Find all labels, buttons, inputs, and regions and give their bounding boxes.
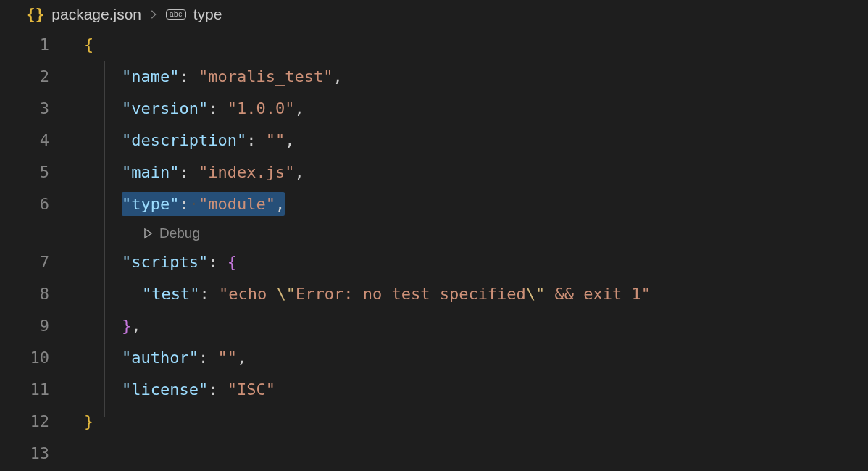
code-line[interactable]: "scripts": { xyxy=(70,246,868,278)
play-icon xyxy=(142,228,154,239)
line-number: 9 xyxy=(12,310,49,342)
code-line[interactable]: "main": "index.js", xyxy=(70,157,868,188)
code-line-selected[interactable]: "type":·"module", xyxy=(70,188,868,220)
code-line[interactable]: "author": "", xyxy=(70,342,868,374)
line-number: 12 xyxy=(12,406,49,438)
line-number-gutter: 1 2 3 4 5 6 7 8 9 10 11 12 13 xyxy=(12,29,70,470)
line-number: 1 xyxy=(12,29,49,61)
line-number: 5 xyxy=(12,157,49,188)
breadcrumb-symbol[interactable]: type xyxy=(193,6,222,23)
code-line[interactable]: }, xyxy=(70,310,868,342)
code-editor[interactable]: 1 2 3 4 5 6 7 8 9 10 11 12 13 { "name": … xyxy=(0,29,868,470)
string-type-icon: abc xyxy=(166,9,186,20)
json-file-icon: {} xyxy=(26,6,44,23)
line-number: 2 xyxy=(12,61,49,93)
line-number: 4 xyxy=(12,125,49,157)
line-number: 3 xyxy=(12,93,49,125)
code-line[interactable]: "description": "", xyxy=(70,125,868,157)
line-number: 8 xyxy=(12,278,49,310)
line-number: 10 xyxy=(12,342,49,374)
chevron-right-icon xyxy=(149,6,159,23)
code-area[interactable]: { "name": "moralis_test", "version": "1.… xyxy=(70,29,868,470)
code-line[interactable]: "test": "echo \"Error: no test specified… xyxy=(70,278,868,310)
code-line[interactable] xyxy=(70,438,868,470)
code-line[interactable]: "name": "moralis_test", xyxy=(70,61,868,93)
code-line[interactable]: "license": "ISC" xyxy=(70,374,868,406)
breadcrumb: {} package.json abc type xyxy=(0,0,868,29)
line-number: 11 xyxy=(12,374,49,406)
code-line[interactable]: } xyxy=(70,406,868,438)
debug-code-lens[interactable]: Debug xyxy=(70,220,868,246)
breadcrumb-file[interactable]: package.json xyxy=(51,6,141,23)
code-line[interactable]: "version": "1.0.0", xyxy=(70,93,868,125)
code-line[interactable]: { xyxy=(70,29,868,61)
line-number: 13 xyxy=(12,438,49,470)
debug-label: Debug xyxy=(159,220,200,246)
line-number: 7 xyxy=(12,246,49,278)
line-number: 6 xyxy=(12,188,49,220)
